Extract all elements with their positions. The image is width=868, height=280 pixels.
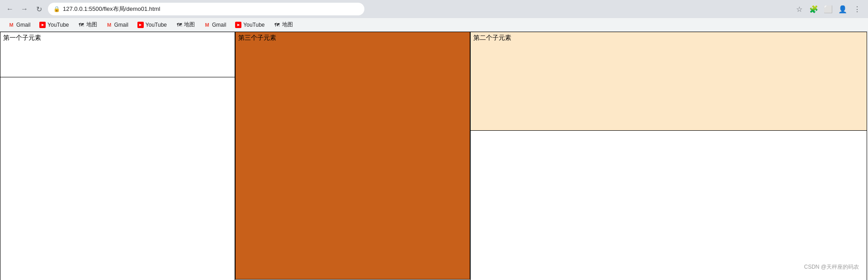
page-content: 第一个子元素 第三个子元素 第二个子元素 CSDN @天秤座的码农	[0, 32, 868, 280]
child-1-label: 第一个子元素	[3, 34, 41, 41]
browser-actions: ☆ 🧩 ⬜ 👤 ⋮	[793, 3, 863, 15]
bookmark-label-gmail-1: Gmail	[16, 22, 30, 28]
child-3: 第三个子元素	[235, 32, 470, 280]
gmail-icon-1: M	[8, 22, 14, 28]
extension-button[interactable]: 🧩	[807, 3, 820, 15]
bookmark-youtube-2[interactable]: YouTube	[134, 20, 170, 29]
youtube-icon-1	[39, 22, 46, 28]
forward-button[interactable]: →	[19, 4, 30, 14]
back-button[interactable]: ←	[5, 4, 15, 14]
bookmark-youtube-1[interactable]: YouTube	[36, 20, 72, 29]
gmail-icon-3: M	[204, 22, 210, 28]
bookmark-gmail-2[interactable]: M Gmail	[103, 20, 132, 29]
bookmark-map-1[interactable]: 🗺 地图	[75, 19, 101, 30]
bookmarks-bar: M Gmail YouTube 🗺 地图 M Gmail YouTube 🗺 地…	[0, 18, 868, 32]
child-1-bottom	[0, 77, 235, 280]
map-icon-2: 🗺	[176, 22, 182, 28]
address-bar[interactable]: 🔒 127.0.0.1:5500/flex布局/demo01.html	[48, 3, 364, 15]
bookmark-map-2[interactable]: 🗺 地图	[172, 19, 198, 30]
bookmark-label-youtube-3: YouTube	[243, 22, 264, 28]
window-button[interactable]: ⬜	[822, 3, 835, 15]
youtube-icon-3	[235, 22, 241, 28]
bookmark-gmail-3[interactable]: M Gmail	[200, 20, 230, 29]
map-icon-1: 🗺	[78, 22, 85, 28]
bookmark-label-map-3: 地图	[282, 21, 293, 28]
flex-container: 第一个子元素 第三个子元素 第二个子元素	[0, 32, 868, 280]
bookmark-label-gmail-3: Gmail	[212, 22, 226, 28]
bookmark-label-map-2: 地图	[184, 21, 195, 28]
child-1: 第一个子元素	[0, 32, 235, 280]
csdn-watermark: CSDN @天秤座的码农	[804, 263, 859, 271]
bookmark-star-button[interactable]: ☆	[793, 3, 806, 15]
child-2-top: 第二个子元素	[471, 32, 867, 131]
bookmark-label-youtube-1: YouTube	[47, 22, 69, 28]
bookmark-label-map-1: 地图	[86, 21, 97, 28]
bookmark-gmail-1[interactable]: M Gmail	[5, 20, 34, 29]
browser-chrome: ← → ↻ 🔒 127.0.0.1:5500/flex布局/demo01.htm…	[0, 0, 868, 32]
browser-toolbar: ← → ↻ 🔒 127.0.0.1:5500/flex布局/demo01.htm…	[0, 0, 868, 18]
bookmark-youtube-3[interactable]: YouTube	[231, 20, 268, 29]
refresh-button[interactable]: ↻	[33, 4, 44, 14]
watermark-text: CSDN @天秤座的码农	[804, 264, 859, 270]
child-2-bottom	[471, 131, 867, 280]
youtube-icon-2	[137, 22, 144, 28]
child-2: 第二个子元素	[470, 32, 867, 280]
menu-button[interactable]: ⋮	[851, 3, 863, 15]
bookmark-label-gmail-2: Gmail	[114, 22, 128, 28]
gmail-icon-2: M	[106, 22, 113, 28]
child-2-label: 第二个子元素	[473, 34, 511, 41]
bookmark-label-youtube-2: YouTube	[146, 22, 167, 28]
lock-icon: 🔒	[53, 6, 60, 12]
url-text: 127.0.0.1:5500/flex布局/demo01.html	[63, 5, 160, 13]
child-1-top: 第一个子元素	[0, 32, 235, 77]
bookmark-map-3[interactable]: 🗺 地图	[270, 19, 297, 30]
map-icon-3: 🗺	[274, 22, 280, 28]
child-3-label: 第三个子元素	[238, 34, 276, 41]
profile-button[interactable]: 👤	[836, 3, 849, 15]
